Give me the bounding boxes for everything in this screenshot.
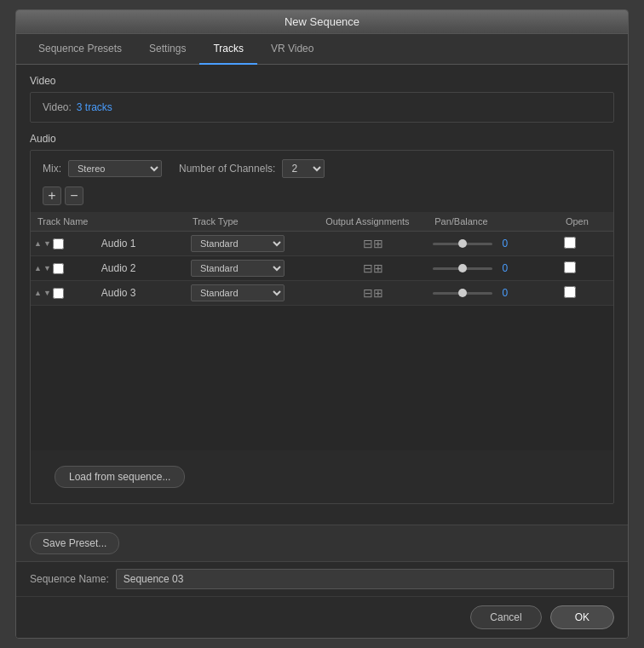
remove-track-button[interactable]: − bbox=[65, 186, 83, 205]
track-up-arrow-1[interactable]: ▲ bbox=[34, 264, 42, 272]
pan-slider-container-0: 0 bbox=[433, 238, 554, 249]
pan-slider-1[interactable] bbox=[433, 267, 492, 270]
video-section-header: Video bbox=[30, 75, 614, 87]
dialog-title: New Sequence bbox=[285, 15, 359, 28]
track-name-input-2[interactable] bbox=[101, 287, 161, 299]
track-up-arrow-0[interactable]: ▲ bbox=[34, 239, 42, 248]
sequence-name-label: Sequence Name: bbox=[30, 573, 109, 585]
track-pan-cell-0: 0 bbox=[428, 232, 559, 256]
video-tracks-value: 3 tracks bbox=[77, 101, 112, 113]
tab-vr-video[interactable]: VR Video bbox=[257, 34, 327, 65]
table-row: ▲ ▼ Standard Mono Adaptive ⊟⊞ bbox=[31, 256, 613, 281]
tab-settings[interactable]: Settings bbox=[135, 34, 199, 65]
track-type-select-2[interactable]: Standard Mono Adaptive bbox=[191, 284, 285, 301]
pan-value-2: 0 bbox=[496, 287, 508, 299]
load-from-sequence-button[interactable]: Load from sequence... bbox=[55, 466, 185, 488]
track-type-select-0[interactable]: Standard Mono Adaptive bbox=[191, 235, 285, 252]
sequence-name-row: Sequence Name: bbox=[16, 561, 628, 596]
th-open: Open bbox=[559, 212, 613, 232]
table-row: ▲ ▼ Standard Mono Adaptive ⊟⊞ bbox=[31, 232, 613, 256]
audio-controls: Mix: Stereo 5.1 Mono Adaptive Number of … bbox=[31, 151, 613, 183]
output-assignments-icon-0[interactable]: ⊟⊞ bbox=[324, 237, 423, 250]
th-track-name: Track Name bbox=[31, 212, 186, 232]
track-open-checkbox-1[interactable] bbox=[564, 261, 576, 273]
track-name-input-1[interactable] bbox=[101, 262, 161, 274]
pan-slider-0[interactable] bbox=[433, 243, 492, 245]
main-content: Video Video: 3 tracks Audio Mix: Stereo … bbox=[16, 65, 628, 525]
track-name-cell-1 bbox=[96, 256, 186, 281]
table-row: ▲ ▼ Standard Mono Adaptive ⊟⊞ bbox=[31, 281, 613, 306]
track-down-arrow-2[interactable]: ▼ bbox=[43, 289, 51, 297]
track-row-controls-2: ▲ ▼ bbox=[34, 288, 93, 299]
th-pan-balance: Pan/Balance bbox=[428, 212, 559, 232]
load-button-container: Load from sequence... bbox=[31, 450, 613, 503]
empty-track-area bbox=[31, 306, 613, 450]
track-pan-cell-1: 0 bbox=[428, 256, 559, 281]
pan-value-1: 0 bbox=[496, 262, 508, 274]
audio-section-box: Mix: Stereo 5.1 Mono Adaptive Number of … bbox=[30, 150, 614, 504]
track-open-cell-2 bbox=[559, 281, 613, 306]
tab-bar: Sequence Presets Settings Tracks VR Vide… bbox=[16, 34, 628, 65]
add-remove-buttons: + − bbox=[31, 183, 613, 212]
track-open-cell-0 bbox=[559, 232, 613, 256]
track-checkbox-0[interactable] bbox=[53, 238, 64, 249]
track-open-cell-1 bbox=[559, 256, 613, 281]
pan-slider-2[interactable] bbox=[433, 292, 492, 295]
ok-button[interactable]: OK bbox=[550, 605, 614, 629]
video-section-box: Video: 3 tracks bbox=[30, 92, 614, 123]
track-down-arrow-1[interactable]: ▼ bbox=[43, 264, 51, 272]
new-sequence-dialog: New Sequence Sequence Presets Settings T… bbox=[15, 9, 629, 639]
bottom-bar: Save Preset... bbox=[16, 525, 628, 561]
tab-tracks[interactable]: Tracks bbox=[199, 34, 257, 65]
save-preset-button[interactable]: Save Preset... bbox=[30, 532, 119, 554]
track-checkbox-2[interactable] bbox=[53, 288, 64, 299]
video-label: Video: bbox=[43, 101, 72, 113]
track-output-cell-2: ⊟⊞ bbox=[319, 281, 428, 306]
track-pan-cell-2: 0 bbox=[428, 281, 559, 306]
sequence-name-input[interactable] bbox=[116, 569, 614, 589]
tracks-table: Track Name Track Type Output Assignments… bbox=[31, 212, 613, 306]
th-output-assignments: Output Assignments bbox=[319, 212, 428, 232]
action-buttons: Cancel OK bbox=[16, 596, 628, 638]
track-row-controls-0: ▲ ▼ bbox=[34, 238, 93, 249]
track-output-cell-0: ⊟⊞ bbox=[319, 232, 428, 256]
track-name-cell-0 bbox=[96, 232, 186, 256]
output-assignments-icon-1[interactable]: ⊟⊞ bbox=[324, 261, 423, 275]
track-type-cell-0: Standard Mono Adaptive bbox=[186, 232, 319, 256]
track-type-cell-1: Standard Mono Adaptive bbox=[186, 256, 319, 281]
track-down-arrow-0[interactable]: ▼ bbox=[43, 239, 51, 248]
title-bar: New Sequence bbox=[16, 10, 628, 34]
output-assignments-icon-2[interactable]: ⊟⊞ bbox=[324, 286, 423, 300]
track-name-cell-2 bbox=[96, 281, 186, 306]
track-row-controls-1: ▲ ▼ bbox=[34, 263, 93, 274]
tracks-table-body: ▲ ▼ Standard Mono Adaptive ⊟⊞ bbox=[31, 232, 613, 306]
pan-value-0: 0 bbox=[496, 238, 508, 249]
audio-section-header: Audio bbox=[30, 133, 614, 145]
track-name-input-0[interactable] bbox=[101, 238, 161, 249]
track-up-arrow-2[interactable]: ▲ bbox=[34, 289, 42, 297]
mix-select[interactable]: Stereo 5.1 Mono Adaptive bbox=[68, 160, 162, 177]
tracks-table-header: Track Name Track Type Output Assignments… bbox=[31, 212, 613, 232]
track-type-select-1[interactable]: Standard Mono Adaptive bbox=[191, 260, 285, 277]
add-track-button[interactable]: + bbox=[43, 186, 61, 205]
pan-slider-container-2: 0 bbox=[433, 287, 554, 299]
track-open-checkbox-0[interactable] bbox=[564, 237, 576, 249]
mix-label: Mix: bbox=[43, 163, 61, 175]
channels-label: Number of Channels: bbox=[179, 163, 275, 175]
track-output-cell-1: ⊟⊞ bbox=[319, 256, 428, 281]
cancel-button[interactable]: Cancel bbox=[470, 605, 541, 629]
th-track-type: Track Type bbox=[186, 212, 319, 232]
track-type-cell-2: Standard Mono Adaptive bbox=[186, 281, 319, 306]
channels-select[interactable]: 2 1 4 6 bbox=[282, 159, 325, 178]
pan-slider-container-1: 0 bbox=[433, 262, 554, 274]
tab-sequence-presets[interactable]: Sequence Presets bbox=[25, 34, 135, 65]
track-open-checkbox-2[interactable] bbox=[564, 286, 576, 298]
video-row: Video: 3 tracks bbox=[43, 101, 601, 113]
track-checkbox-1[interactable] bbox=[53, 263, 64, 274]
